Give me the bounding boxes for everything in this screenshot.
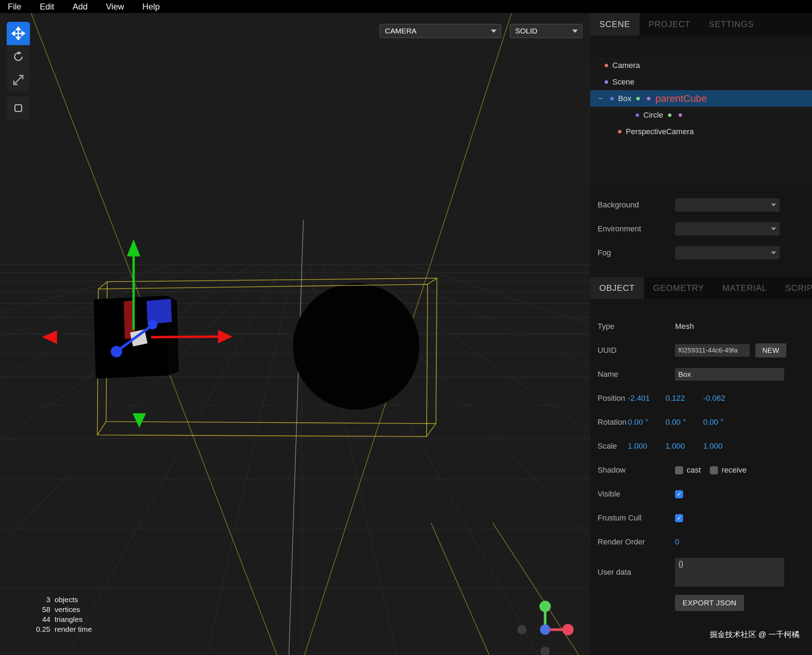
visible-label: Visible [590, 489, 675, 499]
sidebar-tab-bar: SCENE PROJECT SETTINGS [590, 13, 812, 35]
outliner-item-label: Camera [612, 61, 640, 70]
frustum-cull-checkbox[interactable]: ✓ [675, 514, 683, 522]
position-y[interactable]: 0.122 [666, 394, 703, 403]
gizmo-x-arrow[interactable] [218, 330, 232, 343]
fog-select[interactable] [675, 246, 780, 260]
scale-x[interactable]: 1.000 [628, 441, 666, 451]
menu-view[interactable]: View [98, 2, 135, 12]
translate-icon [12, 27, 25, 40]
camera-type-dot [604, 64, 608, 67]
rotation-z[interactable]: 0.00 ° [703, 418, 741, 427]
tab-script[interactable]: SCRIPT [776, 277, 812, 299]
shading-select[interactable]: SOLID [510, 24, 583, 38]
axis-helper[interactable] [517, 601, 574, 655]
export-json-button[interactable]: EXPORT JSON [675, 595, 744, 611]
outliner-item-scene[interactable]: Scene [590, 74, 812, 90]
type-value: Mesh [675, 322, 694, 331]
rotate-tool-button[interactable] [7, 45, 30, 68]
viewport-3d-scene[interactable] [0, 13, 590, 655]
tab-object[interactable]: OBJECT [590, 277, 644, 299]
environment-row: Environment [590, 217, 812, 241]
user-data-field[interactable]: {} [675, 558, 784, 587]
stat-objects-label: objects [55, 595, 92, 605]
gizmo-z-handle[interactable] [111, 346, 122, 357]
position-label: Position [590, 394, 628, 403]
axis-x-dot[interactable] [562, 624, 574, 635]
checkmark-icon: ✓ [677, 515, 681, 521]
gizmo-x-neg-arrow[interactable] [42, 330, 57, 344]
name-field[interactable] [675, 368, 784, 381]
scene-type-dot [604, 80, 608, 84]
axis-neg-y-dot[interactable] [540, 647, 550, 655]
menu-help[interactable]: Help [134, 2, 170, 12]
stat-rendertime-value: 0.25 [18, 624, 50, 634]
shadow-receive-checkbox[interactable] [710, 466, 718, 474]
outliner-item-label: Scene [612, 77, 634, 87]
axis-neg-x-dot[interactable] [517, 625, 526, 634]
menu-file[interactable]: File [0, 2, 32, 12]
menu-edit[interactable]: Edit [32, 2, 65, 12]
axis-y-dot[interactable] [540, 601, 551, 612]
tab-project[interactable]: PROJECT [640, 13, 700, 35]
tab-settings[interactable]: SETTINGS [700, 13, 763, 35]
scale-y[interactable]: 1.000 [666, 441, 703, 451]
chevron-down-icon [771, 251, 776, 254]
camera-up-line [289, 220, 303, 655]
rotate-icon [12, 50, 25, 63]
environment-select[interactable] [675, 222, 780, 235]
scale-row: Scale 1.000 1.000 1.000 [590, 434, 812, 458]
type-row: Type Mesh [590, 314, 812, 338]
gizmo-y-arrow[interactable] [127, 239, 140, 256]
stat-vertices-value: 58 [18, 605, 50, 615]
rotation-y[interactable]: 0.00 ° [666, 418, 703, 427]
position-z[interactable]: -0.062 [703, 394, 741, 403]
translate-tool-button[interactable] [7, 22, 30, 45]
gizmo-z-handle-2[interactable] [148, 320, 157, 329]
shadow-cast-label: cast [687, 466, 701, 475]
outliner-item-camera[interactable]: Camera [590, 57, 812, 74]
background-row: Background [590, 193, 812, 217]
tab-material[interactable]: MATERIAL [714, 277, 776, 299]
stat-vertices-label: vertices [55, 605, 92, 615]
scale-z[interactable]: 1.000 [703, 441, 741, 451]
sphere-object[interactable] [293, 283, 419, 409]
tab-scene[interactable]: SCENE [590, 13, 640, 35]
uuid-new-button[interactable]: NEW [755, 343, 786, 357]
geometry-dot [668, 114, 672, 117]
rotation-label: Rotation [590, 418, 628, 427]
uuid-field[interactable] [675, 344, 750, 357]
material-dot [678, 114, 682, 117]
rotation-x[interactable]: 0.00 ° [628, 418, 666, 427]
menu-add[interactable]: Add [65, 2, 98, 12]
name-label: Name [590, 370, 675, 379]
render-order-row: Render Order 0 [590, 530, 812, 554]
outliner-item-box[interactable]: − Box parentCube [590, 90, 812, 107]
geometry-dot [636, 97, 640, 100]
shadow-cast-checkbox[interactable] [675, 466, 683, 474]
camera-select-value: CAMERA [385, 27, 417, 35]
scale-label: Scale [590, 441, 628, 451]
scene-outliner: Camera Scene − Box parentCube Circle Per… [590, 57, 812, 184]
outliner-item-perspective-camera[interactable]: PerspectiveCamera [590, 123, 812, 140]
fog-label: Fog [590, 248, 675, 257]
viewport-3d[interactable]: CAMERA SOLID 3 objects 58 vertices 44 tr… [0, 13, 590, 655]
space-toggle-button[interactable] [7, 97, 30, 120]
camera-select[interactable]: CAMERA [380, 24, 501, 38]
outliner-item-circle[interactable]: Circle [590, 107, 812, 123]
scale-tool-button[interactable] [7, 68, 30, 92]
tab-geometry[interactable]: GEOMETRY [644, 277, 714, 299]
chevron-down-icon [771, 203, 776, 206]
background-select[interactable] [675, 198, 780, 212]
gizmo-y-neg-arrow[interactable] [132, 413, 146, 427]
position-x[interactable]: -2.401 [628, 394, 666, 403]
fog-row: Fog [590, 241, 812, 265]
visible-checkbox[interactable]: ✓ [675, 490, 683, 498]
scene-settings-panel: Background Environment Fog [590, 193, 812, 265]
axis-z-dot[interactable] [540, 624, 550, 635]
collapse-toggle-icon[interactable]: − [598, 94, 610, 103]
shadow-row: Shadow cast receive [590, 458, 812, 482]
chevron-down-icon [491, 29, 497, 33]
material-dot [647, 97, 651, 100]
render-order-value[interactable]: 0 [675, 537, 679, 547]
stat-triangles-label: triangles [55, 615, 92, 624]
